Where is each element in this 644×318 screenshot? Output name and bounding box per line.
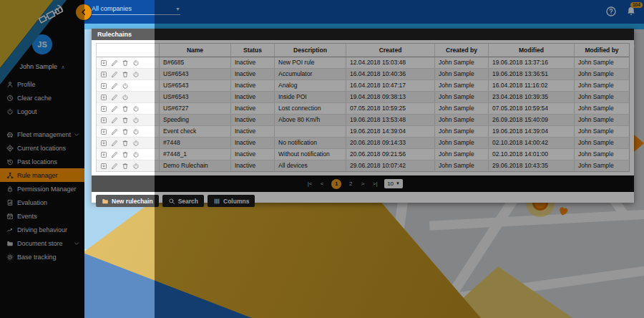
power-icon <box>6 108 14 115</box>
edit-rulechain-button[interactable] <box>111 82 119 90</box>
toggle-rulechain-button[interactable] <box>132 162 140 170</box>
new-rulechain-button[interactable]: New rulechain <box>96 195 159 207</box>
header-cell-description[interactable]: Description <box>275 44 346 57</box>
toggle-rulechain-button[interactable] <box>132 127 140 135</box>
delete-rulechain-button[interactable] <box>122 139 130 147</box>
cell-description: Accumulator <box>275 69 346 80</box>
next-page-button[interactable]: > <box>360 180 366 187</box>
delete-rulechain-button[interactable] <box>122 59 130 67</box>
table-row[interactable]: SpeedingInactiveAbove 80 Km/h19.06.2018 … <box>97 115 629 126</box>
toggle-rulechain-button[interactable] <box>132 70 140 78</box>
sidebar-item-base-tracking[interactable]: Base tracking <box>0 250 84 264</box>
edit-rulechain-button[interactable] <box>111 139 119 147</box>
toggle-rulechain-button[interactable] <box>132 139 140 147</box>
export-rulechain-button[interactable] <box>100 139 108 147</box>
columns-button[interactable]: Columns <box>208 195 255 207</box>
button-label: Columns <box>223 198 249 205</box>
table-row[interactable]: US#6543InactiveAnalog16.04.2018 10:47:17… <box>97 80 629 92</box>
collapse-sidebar-button[interactable] <box>76 4 92 20</box>
export-rulechain-button[interactable] <box>100 59 108 67</box>
header-cell-status[interactable]: Status <box>231 44 275 57</box>
first-page-button[interactable]: |< <box>307 180 313 187</box>
cell-created: 19.04.2018 09:38:13 <box>346 92 435 102</box>
delete-rulechain-button[interactable] <box>122 162 130 170</box>
delete-rulechain-button[interactable] <box>122 105 130 112</box>
notifications-bell-icon[interactable]: 104 <box>625 6 637 17</box>
sidebar-item-logout[interactable]: Logout <box>0 105 84 118</box>
rulechains-panel: Rulechains NameStatusDescriptionCreatedC… <box>92 29 634 203</box>
sidebar-item-permission-manager[interactable]: Permission Manager <box>0 182 84 196</box>
sidebar-item-document-store[interactable]: Document store <box>0 236 84 250</box>
cell-description: New POI rule <box>275 57 346 68</box>
header-cell-created[interactable]: Created <box>346 44 435 57</box>
search-button[interactable]: Search <box>162 195 204 207</box>
edit-rulechain-button[interactable] <box>111 116 119 124</box>
delete-rulechain-button[interactable] <box>122 70 130 78</box>
toggle-rulechain-button[interactable] <box>122 82 130 90</box>
sidebar-item-past-locations[interactable]: Past locations <box>0 155 84 168</box>
table-row[interactable]: US#6543InactiveAccumulator16.04.2018 10:… <box>97 69 629 80</box>
edit-icon <box>111 151 119 158</box>
delete-rulechain-button[interactable] <box>122 150 130 158</box>
cell-modified: 26.09.2018 15:40:09 <box>489 115 575 125</box>
toggle-rulechain-button[interactable] <box>132 59 140 67</box>
delete-rulechain-button[interactable] <box>122 127 130 135</box>
edit-rulechain-button[interactable] <box>111 162 119 170</box>
cell-name: B#6685 <box>160 57 231 68</box>
edit-rulechain-button[interactable] <box>111 150 119 158</box>
export-rulechain-button[interactable] <box>100 70 108 78</box>
sidebar-item-clear-cache[interactable]: Clear cache <box>0 91 84 105</box>
delete-icon <box>122 128 130 135</box>
header-cell-name[interactable]: Name <box>160 44 231 57</box>
header-cell-created-by[interactable]: Created by <box>435 44 489 57</box>
help-icon[interactable] <box>605 6 617 17</box>
page-button-2[interactable]: 2 <box>348 180 353 187</box>
rule-icon <box>6 172 14 179</box>
edit-rulechain-button[interactable] <box>111 59 119 67</box>
table-row[interactable]: US#6543InactiveInside POI19.04.2018 09:3… <box>97 92 629 103</box>
export-rulechain-button[interactable] <box>100 162 108 170</box>
table-row[interactable]: #7448_1InactiveWithout notification20.06… <box>97 149 629 160</box>
export-rulechain-button[interactable] <box>100 93 108 101</box>
table-row[interactable]: B#6685InactiveNew POI rule12.04.2018 15:… <box>97 57 629 69</box>
table-row[interactable]: #7448InactiveNo notification20.06.2018 0… <box>97 138 629 149</box>
header-cell-modified-by[interactable]: Modified by <box>575 44 629 57</box>
toggle-rulechain-button[interactable] <box>132 105 140 112</box>
table-row[interactable]: Event checkInactive19.06.2018 14:39:04Jo… <box>97 126 629 138</box>
sidebar-item-label: Logout <box>17 108 37 115</box>
page-size-select[interactable]: 10▼ <box>384 179 403 188</box>
export-rulechain-button[interactable] <box>100 105 108 112</box>
edit-rulechain-button[interactable] <box>111 70 119 78</box>
edit-icon <box>111 117 119 124</box>
edit-rulechain-button[interactable] <box>111 93 119 101</box>
export-rulechain-button[interactable] <box>100 82 108 90</box>
export-rulechain-button[interactable] <box>100 127 108 135</box>
panel-footer: New rulechainSearchColumns <box>92 192 634 210</box>
page-button-1[interactable]: 1 <box>331 179 341 189</box>
power-icon <box>132 117 140 124</box>
cell-status: Inactive <box>231 160 275 171</box>
header-cell-modified[interactable]: Modified <box>489 44 575 57</box>
toggle-rulechain-button[interactable] <box>132 116 140 124</box>
cell-status: Inactive <box>231 149 275 160</box>
sidebar-item-label: Driving behaviour <box>17 226 67 233</box>
sidebar-item-current-locations[interactable]: Current locations <box>0 141 84 155</box>
edit-rulechain-button[interactable] <box>111 105 119 112</box>
previous-page-button[interactable]: < <box>319 180 325 187</box>
table-row[interactable]: US#6727InactiveLost connection07.05.2018… <box>97 103 629 115</box>
sidebar-item-driving-behaviour[interactable]: Driving behaviour <box>0 223 84 236</box>
last-page-button[interactable]: >| <box>372 180 378 187</box>
sidebar-item-rule-manager[interactable]: Rule manager <box>0 168 84 182</box>
sidebar-item-fleet-management[interactable]: Fleet management <box>0 127 84 141</box>
edit-rulechain-button[interactable] <box>111 127 119 135</box>
table-row[interactable]: Demo RulechainInactiveAll devices29.06.2… <box>97 160 629 171</box>
sidebar-item-profile[interactable]: Profile <box>0 77 84 91</box>
toggle-rulechain-button[interactable] <box>132 150 140 158</box>
export-rulechain-button[interactable] <box>100 150 108 158</box>
delete-rulechain-button[interactable] <box>122 116 130 124</box>
toggle-rulechain-button[interactable] <box>122 93 130 101</box>
sidebar-item-events[interactable]: Events <box>0 209 84 223</box>
sidebar-item-evaluation[interactable]: Evaluation <box>0 196 84 209</box>
export-rulechain-button[interactable] <box>100 116 108 124</box>
company-selector[interactable]: All companies ▼ <box>92 5 180 15</box>
